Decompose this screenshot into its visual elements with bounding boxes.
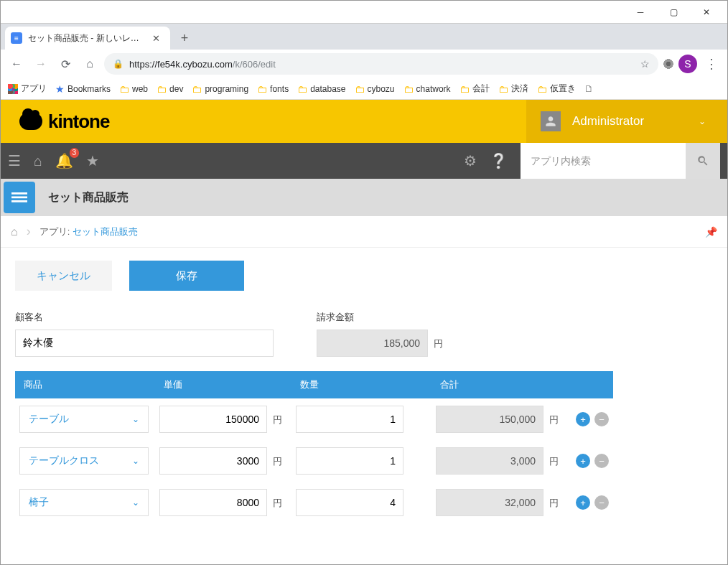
- subtotal-value: [436, 489, 543, 516]
- bookmark-folder[interactable]: 🗀会計: [459, 83, 490, 95]
- kintone-header: kintone Administrator ⌄: [1, 100, 727, 143]
- unit-price-input[interactable]: [159, 489, 267, 516]
- reload-button[interactable]: ⟳: [55, 54, 75, 74]
- profile-avatar[interactable]: S: [678, 55, 697, 73]
- folder-icon: 🗀: [459, 83, 470, 95]
- subtotal-value: [436, 447, 543, 475]
- folder-icon: 🗀: [297, 83, 307, 95]
- app-search: [521, 143, 720, 179]
- qty-input[interactable]: [296, 406, 403, 433]
- browser-menu-button[interactable]: ⋮: [701, 56, 722, 72]
- add-row-button[interactable]: +: [576, 495, 590, 510]
- browser-toolbar: ← → ⟳ ⌂ 🔒 https://fe54k.cybozu.com/k/606…: [1, 50, 727, 78]
- bookmark-star-icon[interactable]: ☆: [640, 58, 650, 70]
- global-nav: ☰ ⌂ 🔔3 ★ ⚙ ❔: [1, 143, 727, 179]
- new-tab-button[interactable]: +: [174, 28, 195, 48]
- breadcrumb-text: アプリ: セット商品販売: [39, 225, 138, 238]
- chevron-down-icon: ⌄: [132, 498, 139, 508]
- notif-badge: 3: [70, 148, 80, 158]
- product-dropdown[interactable]: 椅子⌄: [19, 489, 149, 516]
- breadcrumb-link[interactable]: セット商品販売: [73, 226, 138, 237]
- avatar-icon: [541, 111, 561, 131]
- portal-home-icon[interactable]: ⌂: [34, 153, 42, 169]
- apps-shortcut[interactable]: アプリ: [8, 83, 47, 95]
- currency-unit: 円: [273, 456, 282, 467]
- bookmark-page[interactable]: 🗋: [584, 83, 594, 94]
- window-close-button[interactable]: ✕: [690, 1, 723, 23]
- bookmark-folder[interactable]: 🗀chatwork: [403, 83, 451, 95]
- currency-unit: 円: [273, 498, 282, 508]
- folder-icon: 🗀: [257, 83, 267, 95]
- folder-icon: 🗀: [498, 83, 508, 95]
- table-row: テーブル⌄円円+−: [15, 398, 613, 440]
- back-button[interactable]: ←: [6, 54, 27, 74]
- bookmark-folder[interactable]: 🗀database: [297, 83, 345, 95]
- tab-close-icon[interactable]: ✕: [149, 32, 163, 45]
- bookmarks-link[interactable]: ★Bookmarks: [55, 83, 111, 95]
- currency-unit: 円: [273, 414, 282, 425]
- window-minimize-button[interactable]: ─: [624, 1, 657, 23]
- add-row-button[interactable]: +: [576, 454, 590, 468]
- bookmark-folder[interactable]: 🗀programing: [192, 83, 248, 95]
- col-qty: 数量: [291, 371, 431, 398]
- currency-unit: 円: [549, 414, 559, 425]
- page-icon: 🗋: [584, 83, 594, 94]
- bookmark-folder[interactable]: 🗀cybozu: [355, 83, 395, 95]
- product-value: テーブルクロス: [29, 454, 99, 467]
- app-name: セット商品販売: [48, 190, 129, 205]
- bookmark-folder[interactable]: 🗀dev: [157, 83, 183, 95]
- total-value: [317, 330, 428, 357]
- search-input[interactable]: [521, 143, 686, 179]
- home-button[interactable]: ⌂: [80, 54, 100, 74]
- table-row: 椅子⌄円円+−: [15, 482, 613, 523]
- notifications-icon[interactable]: 🔔3: [55, 152, 73, 169]
- unit-price-input[interactable]: [159, 406, 267, 433]
- forward-button[interactable]: →: [31, 54, 51, 74]
- customer-input[interactable]: [15, 330, 274, 357]
- folder-icon: 🗀: [119, 83, 129, 95]
- window-maximize-button[interactable]: ▢: [657, 1, 690, 23]
- user-menu[interactable]: Administrator ⌄: [526, 100, 727, 143]
- bookmark-folder[interactable]: 🗀web: [119, 83, 148, 95]
- qty-input[interactable]: [296, 489, 403, 516]
- currency-unit: 円: [434, 338, 443, 349]
- qty-input[interactable]: [296, 447, 403, 475]
- address-bar[interactable]: 🔒 https://fe54k.cybozu.com/k/606/edit ☆: [104, 53, 658, 75]
- bookmark-folder[interactable]: 🗀fonts: [257, 83, 289, 95]
- folder-icon: 🗀: [355, 83, 365, 95]
- total-field: 請求金額 円: [317, 311, 443, 357]
- delete-row-button[interactable]: −: [594, 495, 609, 510]
- user-name: Administrator: [572, 114, 644, 129]
- bookmark-bar: アプリ ★Bookmarks 🗀web 🗀dev 🗀programing 🗀fo…: [1, 78, 727, 100]
- bookmark-folder[interactable]: 🗀仮置き: [537, 83, 576, 95]
- line-items-table: 商品 単価 数量 合計 テーブル⌄円円+−テーブルクロス⌄円円+−椅子⌄円円+−: [15, 371, 613, 523]
- favorite-star-icon[interactable]: ★: [86, 152, 99, 169]
- bookmark-folder[interactable]: 🗀決済: [498, 83, 528, 95]
- save-button[interactable]: 保存: [129, 261, 244, 291]
- help-icon[interactable]: ❔: [490, 152, 508, 169]
- unit-price-input[interactable]: [159, 447, 267, 475]
- product-dropdown[interactable]: テーブルクロス⌄: [19, 447, 149, 475]
- folder-icon: 🗀: [157, 83, 167, 95]
- cloud-icon: [19, 113, 42, 130]
- pin-icon[interactable]: 📌: [705, 226, 717, 238]
- add-row-button[interactable]: +: [576, 412, 590, 426]
- delete-row-button[interactable]: −: [594, 412, 609, 426]
- logo-text: kintone: [48, 111, 109, 133]
- product-dropdown[interactable]: テーブル⌄: [19, 406, 149, 433]
- kintone-logo[interactable]: kintone: [19, 111, 109, 133]
- delete-row-button[interactable]: −: [594, 454, 609, 468]
- settings-gear-icon[interactable]: ⚙: [464, 152, 477, 169]
- col-product: 商品: [15, 371, 155, 398]
- breadcrumb-separator-icon: ›: [27, 224, 31, 239]
- breadcrumb-home-icon[interactable]: ⌂: [11, 225, 18, 238]
- search-button[interactable]: [686, 143, 720, 179]
- cancel-button[interactable]: キャンセル: [15, 261, 112, 291]
- customer-field: 顧客名: [15, 311, 274, 357]
- browser-tabstrip: ≡ セット商品販売 - 新しいレコード ✕ +: [1, 24, 727, 50]
- browser-tab[interactable]: ≡ セット商品販売 - 新しいレコード ✕: [5, 27, 170, 50]
- menu-icon[interactable]: ☰: [8, 152, 21, 169]
- product-value: 椅子: [29, 496, 49, 509]
- app-tile-icon[interactable]: [4, 182, 35, 213]
- extension-icon[interactable]: [663, 58, 674, 70]
